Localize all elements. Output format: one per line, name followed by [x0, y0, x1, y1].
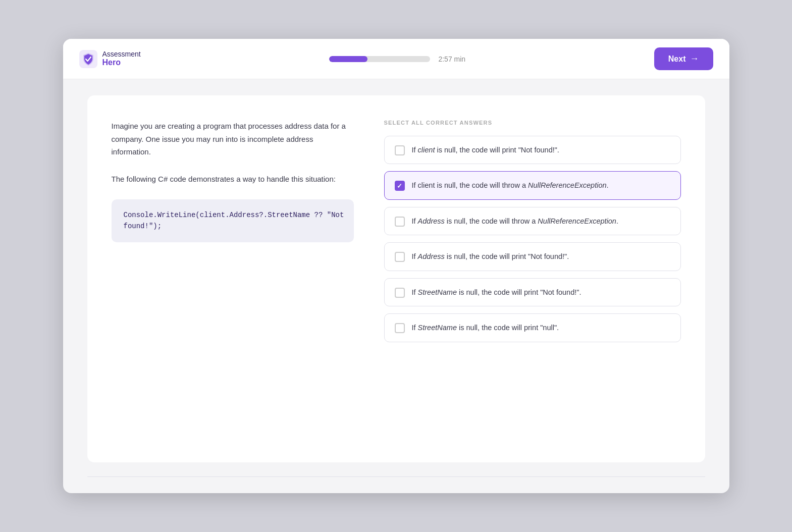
checkbox-2[interactable] — [395, 181, 405, 191]
next-arrow-icon: → — [690, 54, 699, 64]
header: Assessment Hero 2:57 min Next → — [63, 39, 729, 79]
code-block: Console.WriteLine(client.Address?.Street… — [112, 199, 354, 242]
next-button[interactable]: Next → — [654, 47, 713, 70]
timer-display: 2:57 min — [438, 55, 465, 63]
progress-bar-fill — [329, 56, 367, 62]
question-left: Imagine you are creating a program that … — [112, 120, 354, 438]
logo-hero: Hero — [102, 58, 141, 67]
progress-bar-background — [329, 56, 430, 62]
logo-assessment: Assessment — [102, 50, 141, 58]
option-text-2: If client is null, the code will throw a… — [412, 180, 609, 191]
header-center: 2:57 min — [141, 55, 654, 63]
question-description-p1: Imagine you are creating a program that … — [112, 120, 354, 158]
answer-option-2[interactable]: If client is null, the code will throw a… — [384, 171, 681, 199]
next-button-label: Next — [668, 55, 686, 64]
checkbox-3[interactable] — [395, 217, 405, 227]
option-text-5: If StreetName is null, the code will pri… — [412, 287, 582, 298]
checkbox-4[interactable] — [395, 252, 405, 262]
answer-option-5[interactable]: If StreetName is null, the code will pri… — [384, 278, 681, 306]
question-card: Imagine you are creating a program that … — [87, 95, 705, 462]
checkbox-1[interactable] — [395, 145, 405, 155]
question-description-p2: The following C# code demonstrates a way… — [112, 173, 354, 186]
answer-option-4[interactable]: If Address is null, the code will print … — [384, 242, 681, 271]
question-right: SELECT ALL CORRECT ANSWERS If client is … — [384, 120, 681, 438]
main-content: Imagine you are creating a program that … — [63, 79, 729, 493]
option-text-4: If Address is null, the code will print … — [412, 251, 569, 262]
option-text-3: If Address is null, the code will throw … — [412, 216, 618, 227]
app-window: Assessment Hero 2:57 min Next → Imagine … — [63, 39, 729, 493]
bottom-separator — [87, 476, 705, 477]
answer-option-3[interactable]: If Address is null, the code will throw … — [384, 207, 681, 235]
answer-option-1[interactable]: If client is null, the code will print "… — [384, 136, 681, 164]
checkbox-6[interactable] — [395, 323, 405, 333]
option-text-1: If client is null, the code will print "… — [412, 144, 559, 155]
logo-area: Assessment Hero — [79, 50, 141, 68]
logo-text: Assessment Hero — [102, 50, 141, 67]
answer-option-6[interactable]: If StreetName is null, the code will pri… — [384, 313, 681, 342]
logo-icon — [79, 50, 97, 68]
checkbox-5[interactable] — [395, 288, 405, 298]
option-text-6: If StreetName is null, the code will pri… — [412, 322, 559, 333]
section-label: SELECT ALL CORRECT ANSWERS — [384, 120, 681, 126]
